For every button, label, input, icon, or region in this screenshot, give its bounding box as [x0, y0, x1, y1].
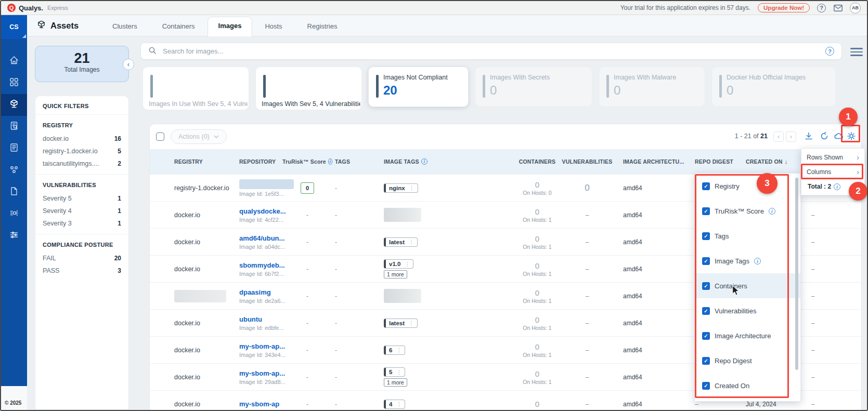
- card-images-with-secrets[interactable]: Images With Secrets0: [475, 67, 592, 107]
- column-header-created-on[interactable]: CREATED ON↓: [746, 149, 787, 174]
- checkbox-checked-icon[interactable]: ✓: [702, 307, 710, 315]
- actions-dropdown[interactable]: Actions (0): [171, 129, 227, 144]
- repository-link[interactable]: qualysdocke...: [239, 207, 286, 215]
- download-icon[interactable]: [804, 131, 814, 142]
- sidebar-item-home[interactable]: [1, 50, 27, 72]
- checkbox-checked-icon[interactable]: ✓: [702, 232, 710, 240]
- tab-hosts[interactable]: Hosts: [252, 17, 294, 36]
- card-images-with-malware[interactable]: Images With Malware0: [599, 67, 705, 107]
- column-option-created-on[interactable]: ✓Created On: [695, 373, 800, 398]
- repository-link[interactable]: my-sbom-ap...: [239, 342, 285, 350]
- dropdown-scrollbar[interactable]: [795, 178, 798, 370]
- card-docker-hub-official-images[interactable]: Docker Hub Official Images0: [711, 67, 836, 107]
- upgrade-now-button[interactable]: Upgrade Now!: [758, 3, 810, 12]
- tab-registries[interactable]: Registries: [295, 17, 350, 36]
- qualys-logo-icon: Q: [7, 4, 16, 12]
- column-option-tags[interactable]: ✓Tags: [695, 223, 800, 248]
- sort-desc-icon[interactable]: ↓: [785, 158, 788, 165]
- repository-link[interactable]: my-sbom-ap: [239, 400, 279, 408]
- menu-hamburger-icon[interactable]: [850, 48, 863, 56]
- column-option-registry[interactable]: ✓Registry: [695, 174, 800, 198]
- info-icon[interactable]: i: [328, 158, 332, 165]
- column-header-containers[interactable]: CONTAINERS: [510, 149, 565, 174]
- checkbox-checked-icon[interactable]: ✓: [702, 182, 710, 190]
- column-header-repository[interactable]: REPOSITORY: [239, 149, 276, 174]
- tab-containers[interactable]: Containers: [150, 17, 208, 36]
- card-images-not-compliant[interactable]: Images Not Compliant20: [368, 67, 469, 107]
- image-tag-chip[interactable]: latest⋮: [384, 319, 418, 328]
- image-tag-chip[interactable]: v1.0⋮: [384, 259, 413, 269]
- repository-link[interactable]: dpaasimg: [239, 288, 271, 296]
- filter-item-severity-4[interactable]: Severity 41: [35, 205, 128, 217]
- column-header-registry[interactable]: REGISTRY: [174, 149, 203, 174]
- cell-extra: –: [801, 364, 825, 390]
- help-icon[interactable]: ?: [817, 4, 826, 12]
- filter-item-severity-5[interactable]: Severity 51: [35, 192, 128, 205]
- image-tag-chip[interactable]: 4⋮: [384, 400, 405, 409]
- filter-item-registry-1-docker-io[interactable]: registry-1.docker.io5: [35, 145, 128, 157]
- image-tag-chip[interactable]: 5⋮: [384, 367, 405, 377]
- prev-page-button[interactable]: ‹: [773, 131, 784, 142]
- image-tag-chip[interactable]: nginx⋮: [384, 183, 418, 193]
- module-badge-cs[interactable]: CS: [1, 15, 27, 39]
- cell-extra: –: [801, 202, 825, 228]
- sidebar-item-reports[interactable]: [1, 138, 27, 160]
- column-header-repo-digest[interactable]: REPO DIGEST: [695, 149, 733, 174]
- collapse-panel-button[interactable]: ‹: [123, 59, 134, 70]
- filter-item-docker-io[interactable]: docker.io16: [35, 132, 128, 145]
- filter-item-pass[interactable]: PASS3: [35, 264, 128, 277]
- sidebar-item-dashboard[interactable]: [1, 72, 27, 94]
- more-tags-chip[interactable]: 1 more: [384, 378, 407, 387]
- column-option-trurisk-score[interactable]: ✓TruRisk™ Scorei: [695, 198, 800, 223]
- search-input[interactable]: [162, 47, 825, 56]
- cloud-icon[interactable]: [834, 131, 844, 142]
- checkbox-checked-icon[interactable]: ✓: [702, 382, 710, 390]
- checkbox-checked-icon[interactable]: ✓: [702, 332, 710, 340]
- info-icon[interactable]: i: [421, 158, 427, 165]
- repository-link[interactable]: sbommydeb...: [239, 261, 284, 269]
- column-header-image-architectu[interactable]: IMAGE ARCHITECTU...: [623, 149, 684, 174]
- filter-item-severity-3[interactable]: Severity 31: [35, 217, 128, 230]
- avatar[interactable]: AB: [850, 3, 861, 14]
- column-option-vulnerabilities[interactable]: ✓Vulnerabilities: [695, 298, 800, 323]
- checkbox-checked-icon[interactable]: ✓: [702, 207, 710, 215]
- repository-link[interactable]: amd64/ubun...: [239, 234, 284, 242]
- filter-item-taiscanutilityimgs[interactable]: taiscanutilityimgs....2: [35, 157, 128, 170]
- search-help-icon[interactable]: ?: [825, 47, 834, 56]
- sidebar-item-configurations[interactable]: [1, 225, 27, 247]
- tab-clusters[interactable]: Clusters: [100, 17, 150, 36]
- card-images-in-use-with-sev-5-4-vulnerabili[interactable]: Images In Use With Sev 5, 4 Vulnerabili.…: [142, 67, 249, 110]
- filter-item-fail[interactable]: FAIL20: [35, 252, 128, 264]
- gear-icon[interactable]: [847, 131, 857, 142]
- checkbox-checked-icon[interactable]: ✓: [702, 257, 710, 265]
- sidebar-item-scans[interactable]: [1, 116, 27, 138]
- checkbox-checked-icon[interactable]: ✓: [702, 282, 710, 290]
- column-option-containers[interactable]: ✓Containers: [695, 273, 800, 298]
- gear-menu-label: Columns: [807, 168, 831, 176]
- column-header-trurisk-score[interactable]: TruRisk™ Scorei: [282, 149, 332, 174]
- sidebar-item-files[interactable]: [1, 181, 27, 203]
- column-header-tags[interactable]: TAGS: [335, 149, 350, 174]
- refresh-icon[interactable]: [820, 131, 830, 142]
- checkbox-checked-icon[interactable]: ✓: [702, 357, 710, 365]
- gear-menu-item-rows-shown[interactable]: Rows Shown›: [801, 150, 864, 165]
- column-option-image-architecture[interactable]: ✓Image Architecture: [695, 323, 800, 348]
- sidebar-item-sensors[interactable]: [1, 203, 27, 225]
- tab-images[interactable]: Images: [208, 17, 253, 36]
- gear-menu-item-columns[interactable]: Columns›: [801, 165, 864, 179]
- more-tags-chip[interactable]: 1 more: [384, 270, 407, 279]
- column-header-vulnerabilities[interactable]: VULNERABILITIES: [561, 149, 614, 174]
- image-tag-chip[interactable]: latest⋮: [384, 237, 418, 247]
- mail-icon[interactable]: [833, 3, 843, 12]
- repository-link[interactable]: my-sbom-ap...: [239, 369, 285, 377]
- image-tag-chip[interactable]: 6⋮: [384, 346, 405, 355]
- card-images-with-sev-5-4-vulnerabilities[interactable]: Images With Sev 5, 4 Vulnerabilities: [255, 67, 362, 110]
- select-all-checkbox[interactable]: [156, 132, 164, 141]
- column-option-image-tags[interactable]: ✓Image Tagsi: [695, 248, 800, 273]
- column-header-image-tags[interactable]: IMAGE TAGSi: [384, 149, 427, 174]
- next-page-button[interactable]: ›: [786, 131, 796, 142]
- column-option-repo-digest[interactable]: ✓Repo Digest: [695, 348, 800, 373]
- sidebar-item-assets[interactable]: [1, 94, 27, 116]
- repository-link[interactable]: ubuntu: [239, 315, 262, 323]
- sidebar-item-clusters[interactable]: [1, 160, 27, 181]
